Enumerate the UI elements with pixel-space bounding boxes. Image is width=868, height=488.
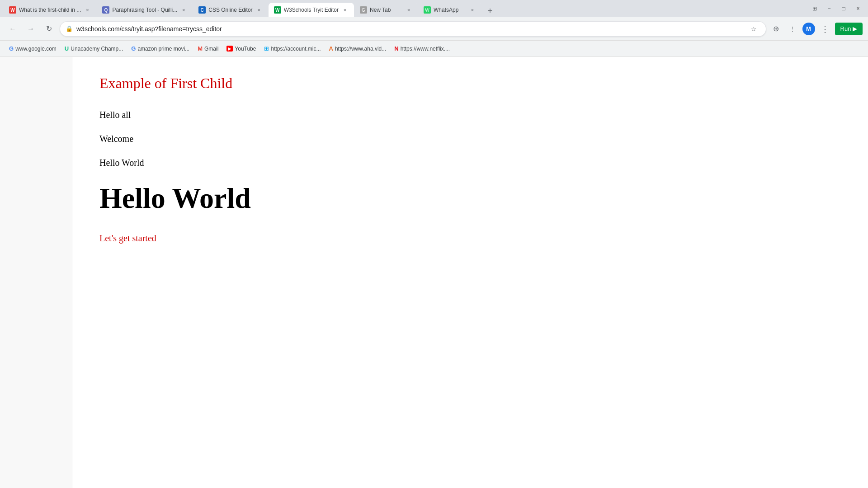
bookmark-amazon[interactable]: G amazon prime movi... [127, 43, 193, 54]
green-button[interactable]: Run ▶ [835, 23, 863, 35]
tab3-favicon: C [198, 6, 206, 14]
more-options-icon[interactable]: ⋮ [819, 23, 831, 35]
tab-new-tab[interactable]: G New Tab × [354, 3, 418, 17]
bookmark-star-icon[interactable]: ☆ [748, 23, 760, 35]
bookmark-netflix[interactable]: N https://www.netflix.... [391, 43, 453, 54]
extension-icon[interactable]: ⊕ [770, 23, 783, 35]
tab6-close[interactable]: × [469, 6, 476, 14]
bookmark-google-label: www.google.com [15, 46, 57, 52]
profile-avatar[interactable]: M [802, 23, 815, 35]
tab4-close[interactable]: × [341, 6, 349, 14]
bookmark-netflix-favicon: N [394, 45, 398, 52]
tab1-label: What is the first-child in ... [19, 7, 81, 13]
tab-whatsapp[interactable]: W WhatsApp × [418, 3, 481, 17]
preview-para1: Hello all [99, 110, 841, 120]
bookmark-netflix-label: https://www.netflix.... [401, 46, 450, 52]
tab-css-online-editor[interactable]: C CSS Online Editor × [193, 3, 268, 17]
preview-heading-red: Example of First Child [99, 75, 841, 92]
lock-icon: 🔒 [66, 25, 73, 32]
bookmark-aha-favicon: A [329, 45, 333, 52]
preview-panel: Example of First Child Hello all Welcome… [72, 57, 868, 488]
address-right-icons: ☆ [748, 23, 760, 35]
bookmark-gmail-label: Gmail [204, 46, 218, 52]
new-tab-button[interactable]: + [484, 5, 496, 17]
tabs-list-button[interactable]: ⊞ [808, 2, 821, 15]
tab1-favicon: W [9, 6, 16, 14]
bookmarks-bar: G www.google.com U Unacademy Champ... G … [0, 41, 868, 57]
preview-heading-bold: Hello World [99, 182, 841, 215]
tab1-close[interactable]: × [84, 6, 91, 14]
tab6-label: WhatsApp [434, 7, 466, 13]
tab5-label: New Tab [370, 7, 402, 13]
minimize-button[interactable]: − [823, 2, 835, 15]
bookmark-aha-label: https://www.aha.vid... [335, 46, 386, 52]
left-sidebar [0, 57, 72, 488]
tab6-favicon: W [424, 6, 431, 14]
bookmark-amazon-favicon: G [131, 45, 136, 52]
tab-what-is-first-child[interactable]: W What is the first-child in ... × [4, 3, 96, 17]
address-text: w3schools.com/css/tryit.asp?filename=try… [76, 25, 744, 33]
bookmark-microsoft-favicon: ⊞ [264, 45, 269, 52]
bookmark-unacademy-label: Unacademy Champ... [71, 46, 123, 52]
bookmark-unacademy[interactable]: U Unacademy Champ... [61, 43, 127, 54]
title-bar: W What is the first-child in ... × Q Par… [0, 0, 868, 17]
tab2-close[interactable]: × [180, 6, 187, 14]
tab2-label: Paraphrasing Tool - Quilli... [112, 7, 177, 13]
forward-button[interactable]: → [24, 22, 38, 36]
bookmark-microsoft[interactable]: ⊞ https://account.mic... [260, 43, 324, 54]
tab4-favicon: W [274, 6, 281, 14]
tab-paraphrasing[interactable]: Q Paraphrasing Tool - Quilli... × [97, 3, 193, 17]
bookmark-manager-icon[interactable]: ⋮ [786, 23, 799, 35]
tab2-favicon: Q [102, 6, 109, 14]
bookmark-youtube[interactable]: ▶ YouTube [223, 44, 259, 54]
bookmark-google-favicon: G [9, 45, 14, 52]
bookmark-unacademy-favicon: U [65, 45, 69, 52]
content-area: Example of First Child Hello all Welcome… [0, 57, 868, 488]
bookmark-google[interactable]: G www.google.com [5, 43, 60, 54]
preview-para3: Hello World [99, 158, 841, 168]
tabs-container: W What is the first-child in ... × Q Par… [4, 0, 805, 17]
tab5-favicon: G [360, 6, 367, 14]
bookmark-amazon-label: amazon prime movi... [137, 46, 189, 52]
preview-para2: Welcome [99, 134, 841, 144]
maximize-button[interactable]: □ [837, 2, 850, 15]
tab3-close[interactable]: × [255, 6, 263, 14]
browser-window: W What is the first-child in ... × Q Par… [0, 0, 868, 488]
tab3-label: CSS Online Editor [208, 7, 252, 13]
tab4-label: W3Schools Tryit Editor [284, 7, 339, 13]
bookmark-gmail-favicon: M [198, 45, 203, 52]
bookmark-youtube-label: YouTube [235, 46, 256, 52]
bookmark-youtube-favicon: ▶ [226, 46, 233, 52]
bookmark-gmail[interactable]: M Gmail [194, 43, 222, 54]
back-button[interactable]: ← [5, 22, 20, 36]
tab5-close[interactable]: × [405, 6, 412, 14]
address-bar: ← → ↻ 🔒 w3schools.com/css/tryit.asp?file… [0, 17, 868, 41]
preview-para-red: Let's get started [99, 233, 841, 244]
tab-w3schools-tryit[interactable]: W W3Schools Tryit Editor × [269, 3, 354, 17]
bookmark-aha[interactable]: A https://www.aha.vid... [326, 43, 390, 54]
reload-button[interactable]: ↻ [42, 22, 56, 36]
address-input-wrapper[interactable]: 🔒 w3schools.com/css/tryit.asp?filename=t… [60, 21, 766, 37]
bookmark-microsoft-label: https://account.mic... [271, 46, 321, 52]
close-button[interactable]: × [852, 2, 864, 15]
window-controls: ⊞ − □ × [808, 2, 864, 15]
